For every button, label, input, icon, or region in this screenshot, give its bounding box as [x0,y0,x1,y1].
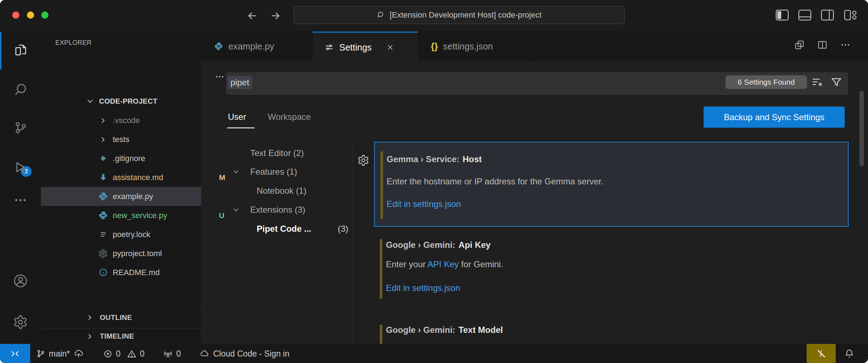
toc-features[interactable]: Features (1) [250,162,297,181]
setting-gemini-api-key[interactable]: Google › Gemini:Api Key Enter your API K… [374,235,847,307]
toc-notebook[interactable]: Notebook (1) [257,181,307,200]
tree-item-tests[interactable]: tests [41,130,201,149]
tab-example-py[interactable]: example.py [201,32,313,61]
git-icon [98,154,108,163]
activity-account[interactable] [0,263,41,299]
ports-count: 0 [176,349,181,359]
file-label: .vscode [113,116,140,125]
errors-icon [103,349,112,358]
toc-text-editor[interactable]: Text Editor (2) [250,143,304,162]
setting-gemini-text-model[interactable]: Google › Gemini:Text Model [374,321,847,344]
cloud-code-status[interactable]: Cloud Code - Sign in [200,344,289,363]
api-key-link[interactable]: API Key [428,259,459,269]
git-status-badge: U [219,211,224,220]
setting-title: Google › Gemini:Text Model [386,325,503,335]
activity-more[interactable] [0,182,41,218]
backup-sync-button[interactable]: Backup and Sync Settings [704,107,845,128]
settings-sliders-icon [324,42,334,52]
tree-root-code-project[interactable]: CODE-PROJECT [41,92,201,110]
activity-settings[interactable] [0,304,41,340]
open-changes-icon[interactable] [794,39,805,50]
toggle-panel-icon[interactable] [798,9,812,21]
explorer-title: EXPLORER [55,39,92,47]
tree-item-poetry-lock[interactable]: poetry.lock [41,225,201,244]
chevron-down-icon [232,206,240,214]
tree-item-new-service-py[interactable]: new_service.py U [41,206,201,225]
chevron-down-icon [232,168,240,176]
git-status-badge: M [219,173,225,182]
scope-tab-user[interactable]: User [228,112,246,122]
activity-bar: 2 1 [0,32,41,344]
more-actions-icon[interactable] [840,39,851,50]
tree-item-pyproject-toml[interactable]: pyproject.toml [41,244,201,263]
edit-in-settings-json-link[interactable]: Edit in settings.json [386,283,460,293]
activity-run-debug[interactable] [0,149,41,185]
zoom-window-button[interactable] [41,11,48,19]
split-editor-icon[interactable] [817,39,828,50]
explorer-more-icon[interactable] [215,72,225,82]
flash-off-icon [816,349,826,359]
remote-indicator[interactable] [0,344,30,363]
ports-status[interactable]: 0 [163,344,181,363]
forward-icon[interactable] [269,10,281,22]
problems-status[interactable]: 0 0 [103,344,145,363]
vscode-window: [Extension Development Host] code-projec… [0,0,868,363]
run-debug-icon [13,160,28,174]
activity-explorer[interactable] [0,32,41,68]
cloud-icon [200,349,210,358]
gear-icon [98,249,108,258]
customize-layout-icon[interactable] [844,9,857,21]
clear-filters-icon[interactable] [811,76,823,89]
tab-settings[interactable]: Settings [313,32,418,62]
tree-item-gitignore[interactable]: .gitignore [41,149,201,168]
outline-section[interactable]: OUTLINE [41,306,201,329]
scope-tab-workspace[interactable]: Workspace [268,112,311,122]
editor-actions [794,39,851,50]
tree-item-assistance-md[interactable]: assistance.md M [41,168,201,187]
braces-icon: {} [431,41,438,52]
minimize-window-button[interactable] [27,11,34,19]
toc-extensions[interactable]: Extensions (3) [250,200,305,219]
modified-indicator [380,325,382,344]
tree-item-example-py[interactable]: example.py [41,187,201,206]
setting-gear-icon[interactable] [357,154,369,166]
toggle-primary-sidebar-icon[interactable] [775,9,789,21]
scrollbar-thumb[interactable] [859,91,864,166]
radio-tower-icon [163,349,173,358]
file-label: tests [113,135,129,144]
chevron-right-icon [85,332,94,341]
errors-count: 0 [116,349,121,359]
close-window-button[interactable] [12,11,19,19]
back-icon[interactable] [246,10,258,22]
cloud-code-label: Cloud Code - Sign in [213,349,289,359]
toc-sash[interactable] [353,138,353,344]
outline-label: OUTLINE [100,314,132,322]
gear-icon [13,315,28,330]
activity-search[interactable] [0,72,41,108]
settings-count-badge: 6 Settings Found [725,75,807,89]
tab-settings-json[interactable]: {} settings.json [418,32,535,61]
root-label: CODE-PROJECT [99,97,158,105]
tree-item-vscode[interactable]: .vscode [41,111,201,130]
edit-in-settings-json-link[interactable]: Edit in settings.json [387,199,461,209]
tree-item-readme-md[interactable]: README.md [41,263,201,282]
branch-status[interactable]: main* [36,344,84,363]
timeline-section[interactable]: TIMELINE [41,328,201,344]
close-icon[interactable] [386,43,395,52]
activity-source-control[interactable] [0,110,41,146]
toc-pipet-code[interactable]: Pipet Code ... [257,219,311,238]
tab-label: example.py [228,41,274,52]
divider [201,133,868,133]
notifications-bell[interactable] [840,344,859,363]
copilot-disabled-status[interactable] [807,344,836,363]
lock-file-icon [98,230,108,239]
toggle-secondary-sidebar-icon[interactable] [821,9,834,21]
file-label: README.md [113,268,160,277]
tab-label: settings.json [443,41,493,52]
filter-icon[interactable] [830,76,843,89]
setting-gemma-service-host[interactable]: Gemma › Service:Host Enter the hostname … [374,142,849,227]
file-tree: .vscode tests .gitignore assistance.md M [41,111,201,282]
account-icon [13,273,28,288]
file-label: poetry.lock [113,230,150,239]
command-center[interactable]: [Extension Development Host] code-projec… [294,6,625,24]
